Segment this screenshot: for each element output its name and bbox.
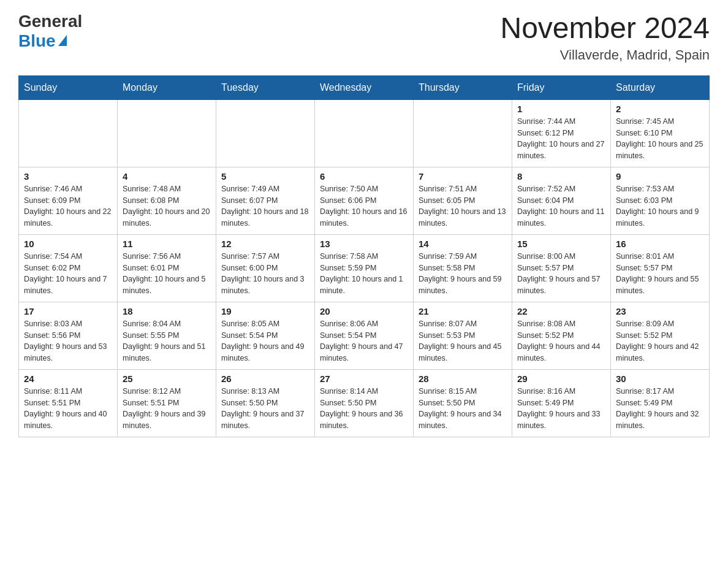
- day-info: Sunrise: 7:44 AMSunset: 6:12 PMDaylight:…: [517, 117, 604, 160]
- table-row: 18Sunrise: 8:04 AMSunset: 5:55 PMDayligh…: [118, 302, 216, 369]
- day-info: Sunrise: 8:00 AMSunset: 5:57 PMDaylight:…: [517, 252, 601, 295]
- day-info: Sunrise: 8:16 AMSunset: 5:49 PMDaylight:…: [517, 387, 601, 430]
- table-row: 25Sunrise: 8:12 AMSunset: 5:51 PMDayligh…: [118, 369, 216, 437]
- header-wednesday: Wednesday: [315, 75, 414, 99]
- day-info: Sunrise: 8:08 AMSunset: 5:52 PMDaylight:…: [517, 320, 601, 362]
- table-row: 16Sunrise: 8:01 AMSunset: 5:57 PMDayligh…: [611, 234, 710, 302]
- day-info: Sunrise: 7:53 AMSunset: 6:03 PMDaylight:…: [616, 185, 699, 228]
- day-info: Sunrise: 7:57 AMSunset: 6:00 PMDaylight:…: [221, 252, 305, 295]
- day-info: Sunrise: 8:11 AMSunset: 5:51 PMDaylight:…: [24, 387, 107, 430]
- header-thursday: Thursday: [414, 75, 512, 99]
- day-number: 11: [123, 239, 211, 249]
- table-row: 27Sunrise: 8:14 AMSunset: 5:50 PMDayligh…: [315, 369, 414, 437]
- day-info: Sunrise: 7:48 AMSunset: 6:08 PMDaylight:…: [123, 185, 210, 228]
- day-info: Sunrise: 8:04 AMSunset: 5:55 PMDaylight:…: [123, 320, 206, 362]
- title-section: November 2024 Villaverde, Madrid, Spain: [500, 12, 710, 63]
- weekday-header-row: Sunday Monday Tuesday Wednesday Thursday…: [19, 75, 710, 99]
- day-info: Sunrise: 8:06 AMSunset: 5:54 PMDaylight:…: [320, 320, 403, 362]
- header-sunday: Sunday: [19, 75, 118, 99]
- month-year-title: November 2024: [500, 12, 710, 45]
- week-row-4: 17Sunrise: 8:03 AMSunset: 5:56 PMDayligh…: [19, 302, 710, 369]
- day-number: 21: [419, 306, 507, 316]
- day-number: 23: [616, 306, 704, 316]
- day-number: 20: [320, 306, 408, 316]
- table-row: 4Sunrise: 7:48 AMSunset: 6:08 PMDaylight…: [118, 167, 216, 234]
- day-number: 12: [221, 239, 309, 249]
- day-number: 15: [517, 239, 605, 249]
- table-row: 1Sunrise: 7:44 AMSunset: 6:12 PMDaylight…: [512, 99, 611, 167]
- day-info: Sunrise: 7:56 AMSunset: 6:01 PMDaylight:…: [123, 252, 206, 295]
- day-number: 28: [419, 373, 507, 384]
- day-info: Sunrise: 7:58 AMSunset: 5:59 PMDaylight:…: [320, 252, 403, 295]
- day-info: Sunrise: 8:13 AMSunset: 5:50 PMDaylight:…: [221, 387, 305, 430]
- day-number: 29: [517, 373, 605, 384]
- day-number: 10: [24, 239, 112, 249]
- day-number: 9: [616, 171, 704, 182]
- day-info: Sunrise: 7:59 AMSunset: 5:58 PMDaylight:…: [419, 252, 502, 295]
- day-info: Sunrise: 8:17 AMSunset: 5:49 PMDaylight:…: [616, 387, 699, 430]
- day-number: 13: [320, 239, 408, 249]
- day-info: Sunrise: 8:15 AMSunset: 5:50 PMDaylight:…: [419, 387, 502, 430]
- table-row: 28Sunrise: 8:15 AMSunset: 5:50 PMDayligh…: [414, 369, 512, 437]
- day-number: 18: [123, 306, 211, 316]
- table-row: 10Sunrise: 7:54 AMSunset: 6:02 PMDayligh…: [19, 234, 118, 302]
- table-row: 9Sunrise: 7:53 AMSunset: 6:03 PMDaylight…: [611, 167, 710, 234]
- day-info: Sunrise: 8:14 AMSunset: 5:50 PMDaylight:…: [320, 387, 403, 430]
- table-row: 5Sunrise: 7:49 AMSunset: 6:07 PMDaylight…: [216, 167, 315, 234]
- logo-triangle-icon: [58, 35, 67, 46]
- location-subtitle: Villaverde, Madrid, Spain: [500, 47, 710, 63]
- logo-blue-text: Blue: [18, 31, 67, 51]
- day-info: Sunrise: 7:49 AMSunset: 6:07 PMDaylight:…: [221, 185, 308, 228]
- week-row-1: 1Sunrise: 7:44 AMSunset: 6:12 PMDaylight…: [19, 99, 710, 167]
- table-row: 3Sunrise: 7:46 AMSunset: 6:09 PMDaylight…: [19, 167, 118, 234]
- table-row: 24Sunrise: 8:11 AMSunset: 5:51 PMDayligh…: [19, 369, 118, 437]
- table-row: 19Sunrise: 8:05 AMSunset: 5:54 PMDayligh…: [216, 302, 315, 369]
- day-number: 3: [24, 171, 112, 182]
- day-number: 6: [320, 171, 408, 182]
- day-number: 17: [24, 306, 112, 316]
- table-row: 23Sunrise: 8:09 AMSunset: 5:52 PMDayligh…: [611, 302, 710, 369]
- day-info: Sunrise: 8:05 AMSunset: 5:54 PMDaylight:…: [221, 320, 305, 362]
- day-info: Sunrise: 8:03 AMSunset: 5:56 PMDaylight:…: [24, 320, 107, 362]
- day-info: Sunrise: 7:46 AMSunset: 6:09 PMDaylight:…: [24, 185, 111, 228]
- day-number: 22: [517, 306, 605, 316]
- table-row: [315, 99, 414, 167]
- week-row-2: 3Sunrise: 7:46 AMSunset: 6:09 PMDaylight…: [19, 167, 710, 234]
- table-row: [19, 99, 118, 167]
- table-row: [414, 99, 512, 167]
- day-number: 14: [419, 239, 507, 249]
- day-info: Sunrise: 7:45 AMSunset: 6:10 PMDaylight:…: [616, 117, 703, 160]
- day-info: Sunrise: 7:50 AMSunset: 6:06 PMDaylight:…: [320, 185, 407, 228]
- table-row: 15Sunrise: 8:00 AMSunset: 5:57 PMDayligh…: [512, 234, 611, 302]
- table-row: 12Sunrise: 7:57 AMSunset: 6:00 PMDayligh…: [216, 234, 315, 302]
- calendar-table: Sunday Monday Tuesday Wednesday Thursday…: [18, 75, 710, 437]
- table-row: 8Sunrise: 7:52 AMSunset: 6:04 PMDaylight…: [512, 167, 611, 234]
- table-row: 21Sunrise: 8:07 AMSunset: 5:53 PMDayligh…: [414, 302, 512, 369]
- table-row: [118, 99, 216, 167]
- day-number: 7: [419, 171, 507, 182]
- day-number: 19: [221, 306, 309, 316]
- table-row: 29Sunrise: 8:16 AMSunset: 5:49 PMDayligh…: [512, 369, 611, 437]
- page-header: General Blue November 2024 Villaverde, M…: [18, 12, 710, 63]
- day-info: Sunrise: 8:12 AMSunset: 5:51 PMDaylight:…: [123, 387, 206, 430]
- day-number: 8: [517, 171, 605, 182]
- logo: General Blue: [18, 12, 82, 51]
- table-row: [216, 99, 315, 167]
- table-row: 6Sunrise: 7:50 AMSunset: 6:06 PMDaylight…: [315, 167, 414, 234]
- day-info: Sunrise: 7:51 AMSunset: 6:05 PMDaylight:…: [419, 185, 506, 228]
- day-number: 25: [123, 373, 211, 384]
- logo-general-text: General: [18, 12, 82, 31]
- day-info: Sunrise: 7:52 AMSunset: 6:04 PMDaylight:…: [517, 185, 604, 228]
- table-row: 17Sunrise: 8:03 AMSunset: 5:56 PMDayligh…: [19, 302, 118, 369]
- table-row: 13Sunrise: 7:58 AMSunset: 5:59 PMDayligh…: [315, 234, 414, 302]
- week-row-3: 10Sunrise: 7:54 AMSunset: 6:02 PMDayligh…: [19, 234, 710, 302]
- day-number: 16: [616, 239, 704, 249]
- day-info: Sunrise: 8:09 AMSunset: 5:52 PMDaylight:…: [616, 320, 699, 362]
- day-number: 27: [320, 373, 408, 384]
- header-tuesday: Tuesday: [216, 75, 315, 99]
- table-row: 30Sunrise: 8:17 AMSunset: 5:49 PMDayligh…: [611, 369, 710, 437]
- table-row: 22Sunrise: 8:08 AMSunset: 5:52 PMDayligh…: [512, 302, 611, 369]
- day-number: 5: [221, 171, 309, 182]
- day-number: 2: [616, 104, 704, 114]
- day-number: 1: [517, 104, 605, 114]
